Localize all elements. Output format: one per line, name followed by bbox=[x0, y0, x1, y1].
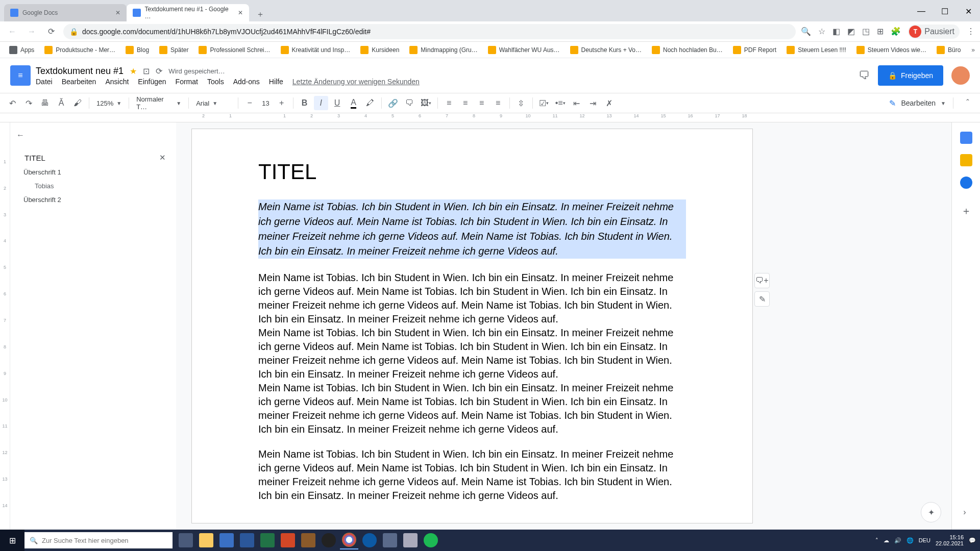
last-modified-text[interactable]: Letzte Änderung vor wenigen Sekunden bbox=[292, 78, 420, 86]
hide-side-panel-icon[interactable]: › bbox=[954, 502, 975, 522]
task-view-icon[interactable] bbox=[177, 531, 195, 549]
font-size-input[interactable]: 13 bbox=[259, 99, 272, 107]
tasks-icon[interactable] bbox=[960, 177, 972, 189]
menu-einfuegen[interactable]: Einfügen bbox=[138, 78, 166, 86]
bookmark-item[interactable]: PDF Report bbox=[729, 44, 780, 56]
menu-format[interactable]: Format bbox=[176, 78, 198, 86]
bookmark-item[interactable]: Produktsuche - Mer… bbox=[40, 44, 119, 56]
clear-formatting-icon[interactable]: ✗ bbox=[602, 96, 617, 110]
extension-icon[interactable]: ◧ bbox=[832, 27, 840, 36]
menu-addons[interactable]: Add-ons bbox=[233, 78, 260, 86]
vertical-ruler[interactable]: 1234567891011121314 bbox=[0, 122, 10, 530]
bookmark-item[interactable]: Noch hochladen Bu… bbox=[648, 44, 727, 56]
outline-item-heading1[interactable]: Überschrift 1 bbox=[16, 165, 170, 179]
align-left-icon[interactable]: ≡ bbox=[442, 96, 456, 110]
add-comment-icon[interactable]: 🗨 bbox=[402, 96, 416, 110]
bold-icon[interactable]: B bbox=[298, 96, 312, 110]
clock[interactable]: 15:16 22.02.2021 bbox=[936, 534, 964, 546]
text-color-icon[interactable]: A bbox=[347, 96, 361, 110]
decrease-font-icon[interactable]: − bbox=[242, 96, 257, 110]
excel-icon[interactable] bbox=[258, 531, 277, 549]
selected-paragraph[interactable]: Mein Name ist Tobias. Ich bin Student in… bbox=[258, 199, 686, 259]
body-paragraph[interactable]: Mein Name ist Tobias. Ich bin Student in… bbox=[258, 447, 686, 503]
decrease-indent-icon[interactable]: ⇤ bbox=[570, 96, 584, 110]
start-button[interactable]: ⊞ bbox=[0, 530, 24, 551]
document-page[interactable]: TITEL Mein Name ist Tobias. Ich bin Stud… bbox=[191, 129, 753, 523]
close-icon[interactable]: ✕ bbox=[159, 153, 166, 162]
move-icon[interactable]: ⊡ bbox=[143, 66, 150, 76]
volume-icon[interactable]: 🔊 bbox=[894, 537, 901, 544]
doc-title-heading[interactable]: TITEL bbox=[258, 160, 686, 184]
bookmark-item[interactable]: Steuern Lesen !!!! bbox=[782, 44, 850, 56]
extension-icon[interactable]: ◩ bbox=[847, 27, 855, 36]
bulleted-list-icon[interactable]: •≡▾ bbox=[553, 96, 568, 110]
zoom-indicator-icon[interactable]: 🔍 bbox=[801, 27, 811, 36]
menu-datei[interactable]: Datei bbox=[36, 78, 53, 86]
increase-font-icon[interactable]: + bbox=[275, 96, 289, 110]
file-explorer-icon[interactable] bbox=[197, 531, 215, 549]
collapse-toolbar-icon[interactable]: ˆ bbox=[961, 96, 975, 110]
body-paragraph[interactable]: Mein Name ist Tobias. Ich bin Student in… bbox=[258, 326, 686, 381]
share-button[interactable]: 🔒 Freigeben bbox=[878, 65, 943, 86]
checklist-icon[interactable]: ☑▾ bbox=[537, 96, 551, 110]
bookmark-item[interactable]: Blog bbox=[121, 44, 153, 56]
bookmark-item[interactable]: Deutsche Kurs + Vo… bbox=[566, 44, 646, 56]
back-icon[interactable]: ← bbox=[5, 24, 19, 39]
outline-item-title[interactable]: TITEL ✕ bbox=[16, 150, 170, 165]
app-icon[interactable] bbox=[401, 531, 420, 549]
tab-current-doc[interactable]: Textdokument neu #1 - Google … ✕ bbox=[127, 4, 249, 21]
add-addon-icon[interactable]: ＋ bbox=[961, 204, 971, 218]
star-icon[interactable]: ★ bbox=[130, 66, 137, 76]
close-icon[interactable]: ✕ bbox=[115, 9, 120, 16]
forward-icon[interactable]: → bbox=[24, 24, 39, 39]
outline-item-tobias[interactable]: Tobias bbox=[16, 179, 170, 193]
horizontal-ruler[interactable]: 21123456789101112131415161718 bbox=[0, 113, 980, 122]
star-bookmark-icon[interactable]: ☆ bbox=[818, 27, 825, 36]
menu-hilfe[interactable]: Hilfe bbox=[269, 78, 283, 86]
paragraph-style-select[interactable]: Normaler T…▼ bbox=[133, 95, 184, 111]
windows-search-input[interactable]: 🔍 Zur Suche Text hier eingeben bbox=[24, 532, 173, 548]
increase-indent-icon[interactable]: ⇥ bbox=[586, 96, 600, 110]
obs-icon[interactable] bbox=[320, 531, 338, 549]
highlight-color-icon[interactable]: 🖍 bbox=[363, 96, 377, 110]
font-select[interactable]: Arial▼ bbox=[193, 99, 234, 107]
insert-image-icon[interactable]: 🖼▾ bbox=[419, 96, 433, 110]
suggest-edit-icon[interactable]: ✎ bbox=[754, 291, 770, 307]
editing-mode-select[interactable]: Bearbeiten bbox=[901, 99, 936, 107]
bookmark-item[interactable]: Wahlfächer WU Aus… bbox=[484, 44, 564, 56]
puzzle-icon[interactable]: 🧩 bbox=[891, 27, 901, 36]
comments-history-icon[interactable]: 🗨 bbox=[859, 69, 870, 82]
bookmark-item[interactable]: Kreativität und Insp… bbox=[277, 44, 355, 56]
reload-icon[interactable]: ⟳ bbox=[44, 24, 58, 39]
tab-google-docs[interactable]: Google Docs ✕ bbox=[4, 4, 127, 21]
tray-chevron-icon[interactable]: ˄ bbox=[875, 537, 878, 544]
italic-icon[interactable]: I bbox=[314, 96, 328, 110]
app-icon[interactable] bbox=[217, 531, 236, 549]
body-paragraph[interactable]: Mein Name ist Tobias. Ich bin Student in… bbox=[258, 381, 686, 436]
language-indicator[interactable]: DEU bbox=[919, 537, 930, 543]
add-comment-icon[interactable]: 🗨+ bbox=[754, 273, 770, 288]
align-center-icon[interactable]: ≡ bbox=[458, 96, 473, 110]
extension-icon[interactable]: ⊞ bbox=[877, 27, 884, 36]
explore-button[interactable]: ✦ bbox=[921, 502, 941, 522]
spellcheck-icon[interactable]: Ă bbox=[54, 96, 68, 110]
minimize-icon[interactable]: — bbox=[910, 1, 933, 21]
paint-format-icon[interactable]: 🖌 bbox=[70, 96, 85, 110]
align-justify-icon[interactable]: ≡ bbox=[491, 96, 505, 110]
menu-bearbeiten[interactable]: Bearbeiten bbox=[62, 78, 96, 86]
edge-icon[interactable] bbox=[360, 531, 379, 549]
bookmarks-overflow-icon[interactable]: » bbox=[971, 46, 975, 54]
spotify-icon[interactable] bbox=[422, 531, 440, 549]
onedrive-icon[interactable]: ☁ bbox=[884, 537, 889, 544]
underline-icon[interactable]: U bbox=[330, 96, 345, 110]
account-avatar-icon[interactable] bbox=[951, 66, 970, 85]
bookmark-item[interactable]: Später bbox=[155, 44, 192, 56]
notifications-icon[interactable]: 💬 bbox=[969, 537, 976, 544]
app-icon[interactable] bbox=[381, 531, 399, 549]
calendar-icon[interactable] bbox=[960, 132, 972, 144]
bookmark-item[interactable]: Kursideen bbox=[356, 44, 403, 56]
powerpoint-icon[interactable] bbox=[279, 531, 297, 549]
zoom-select[interactable]: 125%▼ bbox=[93, 99, 125, 107]
docs-logo-icon[interactable]: ≡ bbox=[10, 65, 31, 86]
bookmark-item[interactable]: Mindmapping (Gru… bbox=[405, 44, 481, 56]
